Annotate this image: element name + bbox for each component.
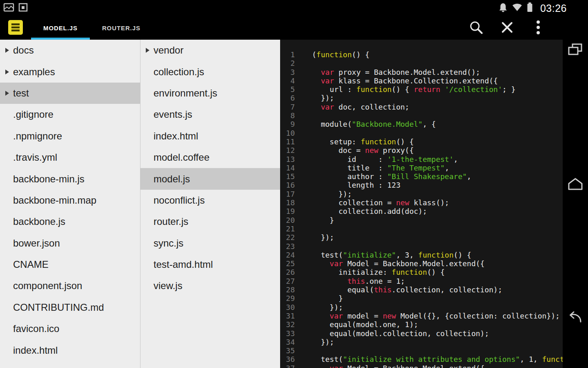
file-item-.gitignore[interactable]: .gitignore xyxy=(0,104,140,125)
code-line-25[interactable]: 25 var Model = Backbone.Model.extend({ xyxy=(280,259,588,268)
code-line-8[interactable]: 8 xyxy=(280,111,588,120)
file-item-.travis.yml[interactable]: .travis.yml xyxy=(0,147,140,168)
file-item-backbone-min.map[interactable]: backbone-min.map xyxy=(0,190,140,211)
close-button[interactable] xyxy=(498,19,516,37)
code-line-2[interactable]: 2 xyxy=(280,59,588,67)
code-line-4[interactable]: 4 var klass = Backbone.Collection.extend… xyxy=(280,76,588,85)
folder-item-vendor[interactable]: vendor xyxy=(140,40,280,61)
code-text: test("initialize with attributes and opt… xyxy=(295,355,564,364)
code-line-26[interactable]: 26 initialize: function() { xyxy=(280,268,588,276)
file-item-model.coffee[interactable]: model.coffee xyxy=(140,147,280,168)
file-item-events.js[interactable]: events.js xyxy=(140,104,280,125)
code-line-28[interactable]: 28 equal(this.collection, collection); xyxy=(280,285,588,294)
code-line-10[interactable]: 10 xyxy=(280,129,588,137)
code-line-13[interactable]: 13 id : '1-the-tempest', xyxy=(280,155,588,164)
code-line-6[interactable]: 6 }); xyxy=(280,94,588,102)
code-line-36[interactable]: 36 test("initialize with attributes and … xyxy=(280,355,588,364)
code-line-16[interactable]: 16 length : 123 xyxy=(280,181,588,189)
file-browser-panel[interactable]: docsexamplestest.gitignore.npmignore.tra… xyxy=(0,40,140,368)
code-line-33[interactable]: 33 equal(model.collection, collection); xyxy=(280,329,588,338)
code-line-24[interactable]: 24 test("initialize", 3, function() { xyxy=(280,251,588,259)
code-line-27[interactable]: 27 this.one = 1; xyxy=(280,277,588,285)
android-screen: 03:26 MODEL.JS ROUTER.JS xyxy=(0,0,588,368)
back-icon xyxy=(568,310,583,325)
file-item-CNAME[interactable]: CNAME xyxy=(0,254,140,275)
code-text: test("initialize", 3, function() { xyxy=(295,251,471,259)
file-item-router.js[interactable]: router.js xyxy=(140,211,280,232)
code-line-17[interactable]: 17 }); xyxy=(280,190,588,198)
file-item-noconflict.js[interactable]: noconflict.js xyxy=(140,190,280,211)
code-line-23[interactable]: 23 xyxy=(280,242,588,251)
code-line-22[interactable]: 22 }); xyxy=(280,233,588,242)
tab-router-js[interactable]: ROUTER.JS xyxy=(90,16,153,40)
file-item-environment.js[interactable]: environment.js xyxy=(140,83,280,104)
code-text xyxy=(295,59,312,67)
code-line-34[interactable]: 34 }); xyxy=(280,338,588,346)
wifi-icon xyxy=(512,3,523,13)
code-line-1[interactable]: 1(function() { xyxy=(280,50,588,59)
line-number: 35 xyxy=(280,346,295,355)
line-number: 15 xyxy=(280,172,295,181)
code-line-35[interactable]: 35 xyxy=(280,346,588,355)
file-item-index.html[interactable]: index.html xyxy=(0,339,140,361)
file-item-backbone.js[interactable]: backbone.js xyxy=(0,211,140,232)
folder-contents-panel[interactable]: vendorcollection.jsenvironment.jsevents.… xyxy=(140,40,280,368)
code-text: var Model = Backbone.Model.extend({ xyxy=(295,259,485,268)
code-line-21[interactable]: 21 xyxy=(280,224,588,233)
folder-item-docs[interactable]: docs xyxy=(0,40,140,61)
folder-expand-arrow-icon[interactable] xyxy=(5,70,13,74)
code-text: length : 123 xyxy=(295,181,401,189)
file-item-backbone-min.js[interactable]: backbone-min.js xyxy=(0,168,140,189)
code-line-18[interactable]: 18 collection = new klass(); xyxy=(280,198,588,207)
code-text: equal(model.one, 1); xyxy=(295,320,418,329)
code-line-29[interactable]: 29 } xyxy=(280,294,588,303)
code-line-15[interactable]: 15 author : "Bill Shakespeare", xyxy=(280,172,588,181)
file-item-CONTRIBUTING.md[interactable]: CONTRIBUTING.md xyxy=(0,297,140,318)
file-item-sync.js[interactable]: sync.js xyxy=(140,233,280,254)
file-item-test-amd.html[interactable]: test-amd.html xyxy=(140,254,280,275)
line-number: 1 xyxy=(280,50,295,59)
code-line-37[interactable]: 37 var Model = Backbone.Model.extend({ xyxy=(280,364,588,368)
file-item-component.json[interactable]: component.json xyxy=(0,275,140,296)
back-button[interactable] xyxy=(563,309,588,327)
code-editor[interactable]: 1(function() {23 var proxy = Backbone.Mo… xyxy=(280,40,588,368)
file-item-view.js[interactable]: view.js xyxy=(140,275,280,296)
code-line-5[interactable]: 5 url : function() { return '/collection… xyxy=(280,85,588,94)
code-line-30[interactable]: 30 }); xyxy=(280,303,588,312)
file-item-collection.js[interactable]: collection.js xyxy=(140,61,280,82)
code-line-32[interactable]: 32 equal(model.one, 1); xyxy=(280,320,588,329)
folder-item-test[interactable]: test xyxy=(0,83,140,104)
code-text: id : '1-the-tempest', xyxy=(295,155,458,164)
code-line-12[interactable]: 12 doc = new proxy({ xyxy=(280,146,588,155)
overflow-menu-button[interactable] xyxy=(529,19,547,37)
file-item-index.html[interactable]: index.html xyxy=(140,126,280,147)
file-item-model.js[interactable]: model.js xyxy=(140,168,280,189)
code-line-3[interactable]: 3 var proxy = Backbone.Model.extend(); xyxy=(280,68,588,76)
code-line-14[interactable]: 14 title : "The Tempest", xyxy=(280,164,588,172)
code-text xyxy=(295,111,312,120)
home-button[interactable] xyxy=(563,176,588,194)
code-line-11[interactable]: 11 setup: function() { xyxy=(280,137,588,146)
code-line-20[interactable]: 20 } xyxy=(280,216,588,224)
folder-expand-arrow-icon[interactable] xyxy=(146,48,154,53)
app-logo-button[interactable] xyxy=(0,16,31,40)
folder-item-examples[interactable]: examples xyxy=(0,61,140,82)
code-text: var Model = Backbone.Model.extend({ xyxy=(295,364,485,368)
search-button[interactable] xyxy=(467,19,485,37)
code-line-9[interactable]: 9 module("Backbone.Model", { xyxy=(280,120,588,128)
file-label: index.html xyxy=(13,345,58,356)
folder-expand-arrow-icon[interactable] xyxy=(5,91,13,96)
code-line-7[interactable]: 7 var doc, collection; xyxy=(280,103,588,111)
code-line-31[interactable]: 31 var model = new Model({}, {collection… xyxy=(280,312,588,320)
recents-button[interactable] xyxy=(563,42,588,60)
file-item-bower.json[interactable]: bower.json xyxy=(0,233,140,254)
line-number: 4 xyxy=(280,76,295,85)
code-line-19[interactable]: 19 collection.add(doc); xyxy=(280,207,588,215)
file-item-.npmignore[interactable]: .npmignore xyxy=(0,126,140,147)
file-item-favicon.ico[interactable]: favicon.ico xyxy=(0,318,140,339)
folder-expand-arrow-icon[interactable] xyxy=(5,48,13,53)
tab-model-js[interactable]: MODEL.JS xyxy=(31,16,90,40)
search-icon xyxy=(469,20,483,36)
line-number: 25 xyxy=(280,259,295,268)
line-number: 21 xyxy=(280,224,295,233)
